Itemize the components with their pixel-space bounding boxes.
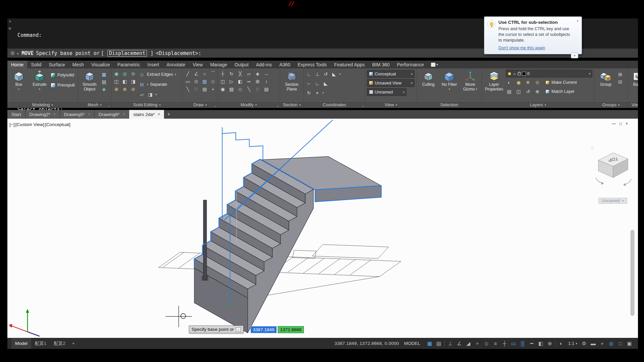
fillet-icon[interactable]: ◫ <box>219 78 226 85</box>
dont-show-again-link[interactable]: Don't show me this again <box>498 46 545 50</box>
3d-move-icon[interactable]: ╲ <box>246 86 252 93</box>
group-edit-icon[interactable]: ⊟ <box>617 78 624 85</box>
extrude-button[interactable]: Extrude ▾ <box>30 70 49 101</box>
separate-button[interactable]: ⊟▾Separate <box>139 80 176 89</box>
file-tab-drawing6[interactable]: Drawing6*× <box>95 110 129 119</box>
slice-icon[interactable]: ◨ <box>130 78 137 85</box>
offset-edge-icon[interactable]: ⊗ <box>121 86 128 93</box>
graphics-performance-toggle[interactable]: ◎ <box>607 340 616 348</box>
rotate-icon[interactable]: ↻ <box>228 70 235 77</box>
quick-properties-toggle[interactable]: + <box>598 340 607 348</box>
region-icon[interactable]: ▤ <box>201 86 208 93</box>
ucs-named-icon[interactable]: ⌖ <box>314 89 321 96</box>
match-layer-button[interactable]: Match Layer <box>545 87 575 96</box>
ribbon-tab-express-tools[interactable]: Express Tools <box>294 61 330 68</box>
stretch-icon[interactable]: ◧ <box>237 78 244 85</box>
panel-label-layers[interactable]: Layers▾ <box>482 101 594 108</box>
point-icon[interactable]: ∷ <box>193 86 200 93</box>
extract-edges-button[interactable]: ◇Extract Edges▾ <box>139 70 176 79</box>
tooltip-expand-button[interactable]: ▾ <box>571 53 578 58</box>
dynamic-input-toggle[interactable]: ▭ <box>509 340 518 348</box>
explode-icon[interactable]: ▷ <box>228 78 235 85</box>
ribbon-tab-a360[interactable]: A360 <box>276 61 294 68</box>
model-layout-tab[interactable]: Model <box>11 338 31 349</box>
close-icon[interactable]: × <box>88 112 90 117</box>
offset-icon[interactable]: ↕ <box>263 78 270 85</box>
mesh-crease-icon[interactable]: ▤ <box>101 78 107 85</box>
panel-label-modify[interactable]: Modify▾⌟ <box>218 101 280 108</box>
named-view-dropdown[interactable]: Unsaved View▾ <box>367 79 415 87</box>
isodraft-toggle[interactable]: ◢ <box>464 340 473 348</box>
chamfer-edge-icon[interactable]: ◧ <box>121 78 128 85</box>
ribbon-tab-insert[interactable]: Insert <box>144 61 163 68</box>
panel-label-groups[interactable]: Groups▾ <box>594 101 628 108</box>
group-button[interactable]: Group <box>596 70 615 101</box>
layer-dropdown[interactable]: ☼ 0 ▾ <box>506 70 592 77</box>
command-close-icon[interactable]: × <box>9 19 11 24</box>
dialog-launcher-icon[interactable]: ⌟ <box>215 104 216 107</box>
no-filter-button[interactable]: No Filter ▾ <box>439 70 459 101</box>
ribbon-tab-output[interactable]: Output <box>231 61 252 68</box>
ribbon-tab-home[interactable]: Home <box>7 61 27 68</box>
ucs-origin-icon[interactable]: ◣ <box>331 71 337 77</box>
panel-label-selection[interactable]: Selection <box>417 101 482 108</box>
interfere-icon[interactable]: ◨ <box>147 91 154 98</box>
file-tab-drawing5[interactable]: Drawing5*× <box>60 110 95 119</box>
dynamic-input-x-field[interactable]: 3387.1849 <box>251 326 277 333</box>
object-snap-tracking-toggle[interactable]: ≡ <box>491 340 500 348</box>
panel-label-solid-editing[interactable]: Solid Editing▾ <box>111 101 182 108</box>
displacement-option[interactable]: Displacement <box>107 50 147 57</box>
ribbon-tab-annotate[interactable]: Annotate <box>163 61 189 68</box>
polysolid-button[interactable]: Polysolid <box>51 70 74 80</box>
presspull-button[interactable]: Presspull <box>51 80 74 90</box>
imprint-icon[interactable]: ⊕ <box>113 86 120 93</box>
ribbon-tab-view[interactable]: View <box>189 61 207 68</box>
ribbon-tab-addins[interactable]: Add-ins <box>252 61 275 68</box>
selection-cycling-toggle[interactable]: ◧ <box>536 340 545 348</box>
panel-label-section[interactable]: Section▾ <box>280 101 304 108</box>
viewcube-rotate-arrows[interactable] <box>596 178 631 186</box>
ucs-y-icon[interactable]: ↻ <box>306 89 312 96</box>
layer-off-icon[interactable]: ◐ <box>506 79 513 86</box>
dialog-launcher-icon[interactable]: ⌟ <box>277 104 278 107</box>
transparency-toggle[interactable]: ▒ <box>518 340 527 348</box>
ungroup-icon[interactable]: ⊞ <box>617 71 624 78</box>
thicken-icon[interactable]: ▱ <box>139 91 145 98</box>
3d-rotate-icon[interactable]: ◉ <box>219 86 226 93</box>
annotation-monitor-toggle[interactable]: ⊕ <box>545 340 554 348</box>
close-icon[interactable]: × <box>122 112 125 117</box>
hatch-icon[interactable]: ▨ <box>201 78 208 85</box>
restore-icon[interactable]: □ <box>620 121 622 126</box>
mesh-refine-icon[interactable]: ▦ <box>101 71 107 78</box>
viewport-scrollbar-thumb[interactable] <box>631 230 634 316</box>
circle-icon[interactable]: ○ <box>201 70 208 77</box>
erase-icon[interactable]: ▱ <box>246 70 252 77</box>
intersect-icon[interactable]: ⊖ <box>130 70 137 77</box>
dialog-launcher-icon[interactable]: ⌟ <box>108 104 110 107</box>
layer-walk-icon[interactable]: ▤ <box>506 88 513 95</box>
osnap-toggle[interactable]: ⌖ <box>473 340 482 348</box>
file-tab-drawing2[interactable]: Drawing2*× <box>25 110 60 119</box>
stairs-3d-model[interactable] <box>7 119 638 338</box>
isolate-objects-button[interactable]: □ <box>616 340 625 348</box>
panel-label-modeling[interactable]: Modeling▾ <box>7 101 78 108</box>
layer-properties-button[interactable]: Layer Properties <box>484 70 504 101</box>
drawing-viewport[interactable]: [−] [Custom View] [Conceptual] — □ × <box>7 119 638 338</box>
subtract-icon[interactable]: ◎ <box>121 70 128 77</box>
new-drawing-tab-button[interactable]: + <box>164 110 173 119</box>
move-gizmo-button[interactable]: Move Gizmo▾ <box>461 70 480 101</box>
ucs-z-axis-icon[interactable]: ⌐ <box>306 80 312 87</box>
ribbon-tab-featured-apps[interactable]: Featured Apps <box>330 61 368 68</box>
annotation-scale-button[interactable]: 1:1▾ <box>566 341 580 346</box>
base-button[interactable]: Base <box>630 70 638 101</box>
clean-screen-toggle[interactable]: ▣ <box>625 340 634 348</box>
shell-icon[interactable]: ⊘ <box>130 86 137 93</box>
ribbon-tab-parametric[interactable]: Parametric <box>114 61 144 68</box>
ribbon-tab-bim360[interactable]: BIM 360 <box>368 61 393 68</box>
ucs-previous-icon[interactable]: ↺ <box>322 71 329 77</box>
ribbon-tab-manage[interactable]: Manage <box>207 61 231 68</box>
units-button[interactable]: ▬ <box>589 340 598 348</box>
arc-icon[interactable]: ⌒ <box>210 70 216 77</box>
ribbon-display-toggle[interactable]: ▾ <box>428 61 441 68</box>
close-icon[interactable]: × <box>626 121 628 126</box>
